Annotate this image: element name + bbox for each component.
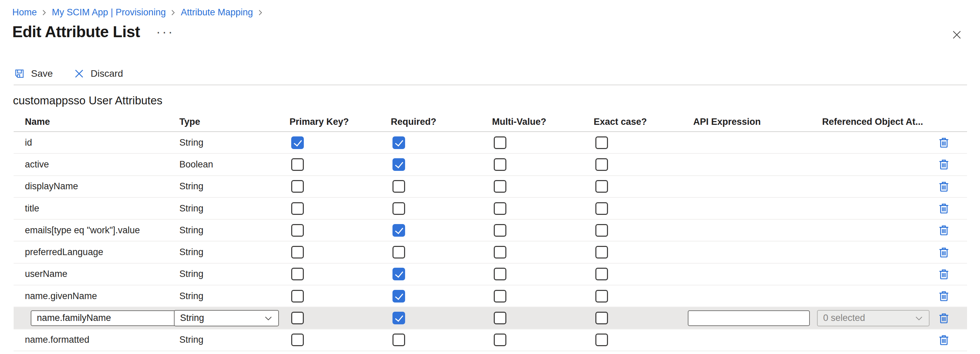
exact-case-checkbox[interactable] xyxy=(595,290,608,303)
delete-attribute-button[interactable] xyxy=(937,311,951,325)
api-expression-input[interactable] xyxy=(688,310,810,326)
primary-key-cell xyxy=(290,312,391,324)
exact-case-checkbox[interactable] xyxy=(595,333,608,346)
delete-attribute-button[interactable] xyxy=(937,202,951,215)
delete-attribute-button[interactable] xyxy=(937,158,951,171)
multi-value-checkbox[interactable] xyxy=(494,136,506,149)
multi-value-checkbox[interactable] xyxy=(494,158,506,171)
referenced-object-select[interactable]: 0 selected xyxy=(817,310,929,326)
chevron-down-icon xyxy=(263,313,274,323)
primary-key-checkbox[interactable] xyxy=(291,290,304,303)
required-checkbox[interactable] xyxy=(393,158,405,171)
more-options-icon[interactable]: ··· xyxy=(156,25,174,39)
required-checkbox[interactable] xyxy=(393,333,405,346)
exact-case-checkbox[interactable] xyxy=(595,268,608,280)
attribute-type-cell: String xyxy=(179,247,290,257)
table-row: emails[type eq "work"].value String xyxy=(14,220,967,241)
discard-x-icon xyxy=(73,68,85,80)
attribute-table-body: id String xyxy=(14,132,967,351)
required-cell xyxy=(391,312,492,324)
attribute-name-cell: preferredLanguage xyxy=(14,247,179,257)
primary-key-cell xyxy=(290,268,391,280)
multi-value-checkbox[interactable] xyxy=(494,180,506,193)
save-button[interactable]: Save xyxy=(14,68,53,80)
attribute-type-text: String xyxy=(179,203,204,214)
delete-attribute-button[interactable] xyxy=(937,333,951,347)
exact-case-checkbox[interactable] xyxy=(595,224,608,237)
multi-value-checkbox[interactable] xyxy=(494,290,506,303)
required-cell xyxy=(391,180,492,193)
required-checkbox[interactable] xyxy=(393,312,405,324)
actions-cell xyxy=(934,158,967,171)
breadcrumb-link-provisioning[interactable]: My SCIM App | Provisioning xyxy=(52,7,166,18)
table-row: name.familyName String String xyxy=(14,307,967,329)
exact-case-checkbox[interactable] xyxy=(595,312,608,324)
multi-value-checkbox[interactable] xyxy=(494,224,506,237)
required-checkbox[interactable] xyxy=(393,268,405,280)
attribute-name-cell: name.familyName xyxy=(14,310,179,326)
attribute-name-input[interactable] xyxy=(31,310,179,326)
exact-case-checkbox[interactable] xyxy=(595,180,608,193)
actions-cell xyxy=(934,289,967,303)
primary-key-checkbox[interactable] xyxy=(291,158,304,171)
primary-key-checkbox[interactable] xyxy=(291,180,304,193)
multi-value-checkbox[interactable] xyxy=(494,246,506,258)
delete-attribute-button[interactable] xyxy=(937,136,951,149)
exact-case-checkbox[interactable] xyxy=(595,202,608,215)
trash-icon xyxy=(937,311,951,325)
primary-key-cell xyxy=(290,246,391,258)
breadcrumb-link-home[interactable]: Home xyxy=(12,7,37,18)
attribute-type-select[interactable]: String xyxy=(174,310,279,326)
multi-value-cell xyxy=(492,202,593,215)
required-checkbox[interactable] xyxy=(393,224,405,237)
primary-key-cell xyxy=(290,290,391,303)
required-checkbox[interactable] xyxy=(393,290,405,303)
required-checkbox[interactable] xyxy=(393,202,405,215)
required-checkbox[interactable] xyxy=(393,246,405,258)
exact-case-cell xyxy=(593,158,693,171)
section-heading: customappsso User Attributes xyxy=(13,94,162,107)
multi-value-cell xyxy=(492,180,593,193)
required-checkbox[interactable] xyxy=(393,136,405,149)
breadcrumb: Home My SCIM App | Provisioning Attribut… xyxy=(12,5,264,19)
column-header-required: Required? xyxy=(391,116,492,127)
trash-icon xyxy=(937,180,951,193)
delete-attribute-button[interactable] xyxy=(937,289,951,303)
required-checkbox[interactable] xyxy=(393,180,405,193)
required-cell xyxy=(391,224,492,237)
attribute-name-text: preferredLanguage xyxy=(25,247,103,257)
multi-value-checkbox[interactable] xyxy=(494,202,506,215)
primary-key-checkbox[interactable] xyxy=(291,202,304,215)
actions-cell xyxy=(934,333,967,347)
multi-value-checkbox[interactable] xyxy=(494,333,506,346)
multi-value-checkbox[interactable] xyxy=(494,268,506,280)
primary-key-checkbox[interactable] xyxy=(291,333,304,346)
attribute-table: Name Type Primary Key? Required? Multi-V… xyxy=(14,113,967,351)
required-cell xyxy=(391,202,492,215)
primary-key-checkbox[interactable] xyxy=(291,312,304,324)
exact-case-cell xyxy=(593,180,693,193)
primary-key-checkbox[interactable] xyxy=(291,246,304,258)
delete-attribute-button[interactable] xyxy=(937,180,951,193)
multi-value-checkbox[interactable] xyxy=(494,312,506,324)
delete-attribute-button[interactable] xyxy=(937,223,951,237)
attribute-type-cell: String xyxy=(179,181,290,192)
exact-case-checkbox[interactable] xyxy=(595,158,608,171)
discard-button[interactable]: Discard xyxy=(73,68,123,80)
delete-attribute-button[interactable] xyxy=(937,246,951,259)
primary-key-checkbox[interactable] xyxy=(291,268,304,280)
trash-icon xyxy=(937,267,951,281)
primary-key-cell xyxy=(290,158,391,171)
breadcrumb-link-attribute-mapping[interactable]: Attribute Mapping xyxy=(181,7,253,18)
close-blade-button[interactable] xyxy=(948,26,966,44)
exact-case-checkbox[interactable] xyxy=(595,136,608,149)
attribute-type-text: Boolean xyxy=(179,159,213,169)
delete-attribute-button[interactable] xyxy=(937,267,951,281)
attribute-type-cell: String xyxy=(179,291,290,301)
exact-case-checkbox[interactable] xyxy=(595,246,608,258)
primary-key-checkbox[interactable] xyxy=(291,136,304,149)
actions-cell xyxy=(934,311,967,325)
chevron-right-icon xyxy=(258,8,264,17)
attribute-type-cell: String String xyxy=(179,310,290,326)
primary-key-checkbox[interactable] xyxy=(291,224,304,237)
